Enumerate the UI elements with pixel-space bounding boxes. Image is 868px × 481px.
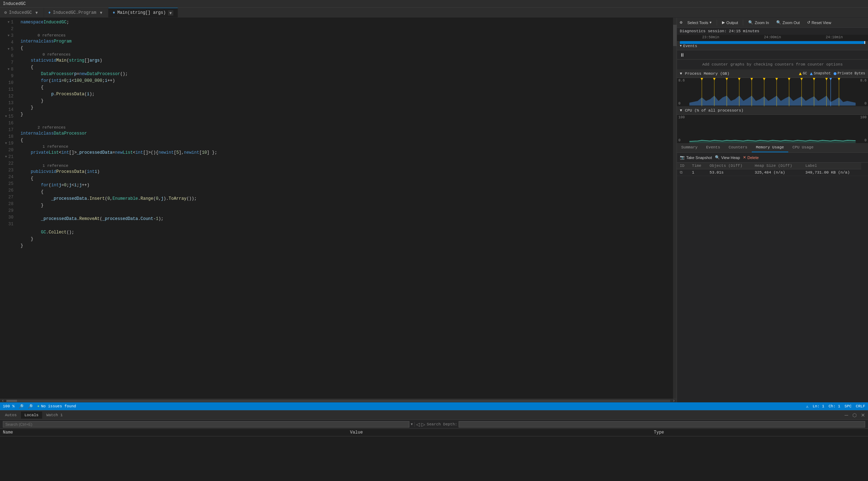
search-input[interactable]: [3, 421, 409, 428]
col-type-header: Type: [651, 429, 868, 436]
scrollbar-thumb[interactable]: [673, 25, 677, 46]
zoom-out-button[interactable]: 🔍 Zoom Out: [774, 19, 802, 26]
snapshot-data-table: ID Time Objects (Diff) Heap Size (Diff) …: [677, 163, 868, 176]
select-tools-button[interactable]: Select Tools ▾: [685, 19, 714, 26]
svg-marker-12: [763, 78, 766, 80]
code-line-23: _processedData.Insert(0, Enumerable.Rang…: [18, 196, 673, 202]
zoom-in-button[interactable]: 🔍 Zoom In: [746, 19, 771, 26]
tab-cpu-usage[interactable]: CPU Usage: [788, 143, 818, 152]
snapshot-table[interactable]: ID Time Objects (Diff) Heap Size (Diff) …: [677, 163, 868, 402]
diag-panel-inner: ▼ Events ⏸ Add counter graphs by checkin…: [677, 42, 868, 402]
reset-view-button[interactable]: ↺ Reset View: [805, 19, 833, 26]
col-header-time: Time: [689, 163, 707, 169]
gc-triangle-icon: [799, 72, 802, 75]
tab-inducedgc[interactable]: ⚙ InducedGC ▾: [0, 8, 44, 17]
locals-data-table: Name Value Type: [0, 429, 868, 436]
code-line-22: {: [18, 189, 673, 196]
code-line-14: [18, 118, 673, 125]
svg-marker-6: [726, 78, 728, 80]
bottom-content: ▾ ◁ ▷ Search Depth: Name Value Type: [0, 420, 868, 481]
snapshot-toolbar: 📷 Take Snapshot 🔍 View Heap ✕ Delete: [677, 153, 868, 163]
timeline-bar[interactable]: [680, 41, 865, 44]
scroll-left-btn[interactable]: ‹: [0, 398, 6, 403]
bp-close-button[interactable]: ✕: [859, 412, 867, 418]
col-header-label: Label: [802, 163, 861, 169]
view-heap-button[interactable]: 🔍 View Heap: [715, 155, 740, 160]
pause-button[interactable]: ⏸: [680, 52, 685, 58]
code-line-ref-5: 0 references: [18, 52, 673, 57]
take-snapshot-button[interactable]: 📷 Take Snapshot: [680, 155, 712, 160]
svg-marker-18: [800, 78, 803, 80]
svg-marker-8: [738, 78, 740, 80]
code-line-ref-3: 0 references: [18, 33, 673, 38]
search-separator: [414, 422, 415, 427]
diag-timeline[interactable]: 23:50min 24:00min 24:10min: [677, 35, 868, 42]
tab-dropdown-2[interactable]: ▾: [99, 10, 104, 15]
dropdown-icon: ▾: [710, 20, 712, 25]
line-col-status: Ln: 1: [813, 404, 824, 409]
main-area: ▼1 2 ▼3 4 ▼5 6 7 ▼8 9 10 11 12 13 14 ▼15…: [0, 18, 868, 402]
cell-time: 53.01s: [707, 169, 752, 176]
tab-autos[interactable]: Autos: [1, 412, 20, 419]
bp-minimize-button[interactable]: ─: [843, 412, 850, 418]
timeline-labels: 23:50min 24:00min 24:10min: [677, 35, 868, 40]
tab-summary[interactable]: Summary: [677, 143, 702, 152]
svg-marker-22: [825, 78, 828, 80]
editor-hscrollbar[interactable]: ‹ ›: [0, 399, 677, 402]
col-header-objects: Objects (Diff): [707, 163, 752, 169]
diag-session: Diagnostics session: 24:15 minutes: [677, 28, 868, 35]
tab-events[interactable]: Events: [702, 143, 724, 152]
scroll-right-btn[interactable]: ›: [671, 398, 677, 403]
zoom-level: 100 %: [3, 404, 15, 408]
tab-watch-1[interactable]: Watch 1: [43, 412, 66, 419]
svg-marker-2: [701, 78, 703, 80]
delete-snapshot-button[interactable]: ✕ Delete: [743, 155, 759, 160]
tab-main[interactable]: ♦ Main(string[] args) ▾: [108, 8, 178, 17]
code-line-ref-15: 2 references: [18, 125, 673, 130]
tab-memory-usage[interactable]: Memory Usage: [752, 143, 788, 152]
status-bar-sep-2: 🔎: [28, 404, 33, 409]
col-header-id: ID: [677, 163, 689, 169]
status-warning-icon: ⚠: [806, 404, 808, 409]
code-line-5: static void Main(string[] args): [18, 57, 673, 64]
tab-dropdown-3[interactable]: ▾: [168, 10, 173, 16]
locals-table[interactable]: Name Value Type: [0, 429, 868, 481]
chart-legend: GC Snapshot Private Bytes: [799, 72, 865, 75]
toolbar-separator-2: [743, 20, 743, 26]
hscroll-track[interactable]: [6, 400, 670, 402]
code-line-10: p.ProcessData(i);: [18, 91, 673, 98]
table-header-row: ID Time Objects (Diff) Heap Size (Diff) …: [677, 163, 868, 169]
depth-label: Search Depth:: [427, 422, 457, 426]
code-line-4: {: [18, 45, 673, 52]
private-bytes-legend: Private Bytes: [834, 72, 865, 75]
tab-bar: ⚙ InducedGC ▾ ♦ InducedGC.Program ▾ ♦ Ma…: [0, 8, 868, 18]
process-memory-chart[interactable]: 8.6 0: [677, 78, 868, 106]
nav-back-button[interactable]: ◁: [416, 421, 420, 427]
code-line-27: [18, 222, 673, 229]
code-content: ▼1 2 ▼3 4 ▼5 6 7 ▼8 9 10 11 12 13 14 ▼15…: [0, 18, 677, 399]
svg-marker-4: [713, 78, 716, 80]
code-line-12: }: [18, 104, 673, 111]
svg-marker-26: [829, 78, 832, 80]
locals-search-bar: ▾ ◁ ▷ Search Depth:: [0, 420, 868, 429]
depth-input[interactable]: [459, 421, 865, 428]
code-line-13: }: [18, 111, 673, 118]
code-lines[interactable]: namespace InducedGC; 0 references intern…: [18, 18, 673, 399]
tab-counters[interactable]: Counters: [724, 143, 752, 152]
code-line-ref-17: 1 reference: [18, 144, 673, 149]
table-row[interactable]: ⧉ 1 53.01s 325,484 (n/a) 349,731.00 KB (…: [677, 169, 868, 176]
bp-float-button[interactable]: ⬡: [851, 412, 858, 418]
hscroll-thumb[interactable]: [6, 400, 17, 402]
tab-dropdown-1[interactable]: ▾: [34, 10, 39, 15]
nav-forward-button[interactable]: ▷: [421, 421, 425, 427]
code-line-24: }: [18, 202, 673, 209]
tab-program[interactable]: ♦ InducedGC.Program ▾: [44, 8, 108, 17]
memory-y-labels-left: 8.6 0: [677, 78, 689, 106]
svg-marker-10: [750, 78, 753, 80]
bottom-panel-tabs: Autos Locals Watch 1 ─ ⬡ ✕: [0, 411, 868, 420]
tab-locals[interactable]: Locals: [21, 412, 42, 419]
editor-scrollbar[interactable]: [673, 18, 677, 399]
search-options-button[interactable]: ▾: [411, 422, 413, 426]
output-button[interactable]: ▶ Output: [720, 19, 740, 26]
cpu-chart[interactable]: 100 0 100 0: [677, 115, 868, 143]
